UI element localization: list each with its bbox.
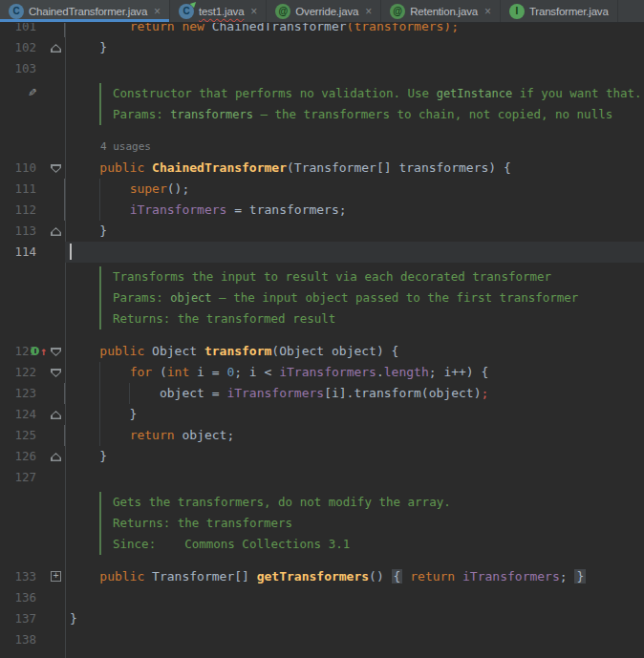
gutter: 102 [0,37,65,58]
code-editor[interactable]: 101 return new ChainedTransformer(transf… [0,23,644,658]
code-line[interactable]: public ChainedTransformer(Transformer[] … [65,158,644,179]
code-token: ; [560,569,568,584]
code-line[interactable]: iTransformers = transformers; [65,200,644,221]
text-caret [70,244,72,260]
code-row: 110 public ChainedTransformer(Transforme… [0,158,644,179]
usages-inlay-hint[interactable]: 4 usages [65,137,151,158]
gutter-icons [44,37,65,58]
code-line[interactable]: public Object transform(Object object) { [65,341,644,362]
override-arrow-icon[interactable]: ↑ [40,341,47,362]
gutter: 114 [0,242,65,263]
code-row: 123 object = iTransformers[i].transform(… [0,383,644,404]
doc-block-wrap: Constructor that performs no validation.… [65,79,644,137]
fold-start-icon[interactable] [51,348,61,356]
doc-text: Returns: the transformers [113,516,292,530]
code-line[interactable] [65,467,644,488]
tab-chainedtransformer-java[interactable]: CChainedTransformer.java× [0,0,170,22]
code-line[interactable]: object = iTransformers[i].transform(obje… [65,383,644,404]
tab-test1-java[interactable]: Ctest1.java× [170,0,267,22]
code-line[interactable]: } [65,221,644,242]
code-token: = transformers; [226,202,346,217]
code-line[interactable]: } [65,608,644,629]
code-token: (transformers); [347,23,459,33]
code-line[interactable] [65,587,644,608]
gutter-icons [44,23,65,37]
gutter: 121↑ [0,341,65,362]
tab-override-java[interactable]: @Override.java× [267,0,381,22]
code-line[interactable] [65,629,644,650]
tab-label: Retention.java [410,6,478,17]
fold-end-icon[interactable] [51,411,61,419]
close-icon[interactable]: × [484,6,491,17]
fold-end-icon[interactable] [51,44,61,53]
code-line[interactable]: return object; [65,425,644,446]
fold-expand-icon[interactable]: + [51,571,61,582]
code-line[interactable] [65,242,644,263]
code-row: 101 return new ChainedTransformer(transf… [0,23,644,37]
line-number: 125 [0,425,44,446]
doc-text: Commons Collections 3.1 [184,537,350,551]
line-number: 113 [0,221,44,242]
code-row: 133+ public Transformer[] getTransformer… [0,566,644,587]
fold-start-icon[interactable] [51,164,61,173]
code-token: (); [167,181,189,196]
code-token: ; i < [234,365,279,379]
toggle-rendered-doc-icon[interactable]: ✎ [29,79,36,104]
doc-line: Returns: the transformers [113,513,644,534]
tab-transformer-java[interactable]: ITransformer.java [501,0,618,22]
code-token: super [130,181,167,196]
gutter-icons [44,58,65,79]
fold-end-icon[interactable] [51,227,61,236]
doc-text: Transforms the input to result via each … [113,269,551,284]
code-token: public [99,344,152,358]
code-row: 124 } [0,404,644,425]
line-number: 112 [0,200,44,221]
code-row: 102 } [0,37,644,58]
code-line[interactable]: } [65,37,644,58]
doc-text: Params: [113,107,170,121]
tab-label: Transformer.java [529,6,609,17]
annotation-icon: @ [275,4,290,19]
code-token: } [574,569,586,584]
class-icon: C [9,4,24,19]
gutter: 124 [0,404,65,425]
gutter-icons [44,587,65,608]
indent-guide [129,383,130,404]
doc-text: Constructor that performs no validation.… [113,86,437,100]
tab-retention-java[interactable]: @Retention.java× [381,0,501,22]
doc-code-ref: object [170,291,211,305]
line-number: 138 [0,629,44,650]
line-number: 137 [0,608,44,629]
fold-end-icon[interactable] [51,453,61,461]
code-token: } [70,611,77,626]
gutter-icons [44,158,65,179]
code-line[interactable]: public Transformer[] getTransformers() {… [65,566,644,587]
code-line[interactable]: super(); [65,179,644,200]
indent-guide [99,179,100,200]
code-token: int [167,365,197,379]
gutter-icons [44,179,65,200]
indent-guide [99,362,100,383]
close-icon[interactable]: × [154,6,161,17]
line-number: 111 [0,179,44,200]
gutter: 138 [0,629,65,650]
fold-start-icon[interactable] [51,369,61,377]
gutter: 125 [0,425,65,446]
code-line[interactable]: } [65,404,644,425]
code-line[interactable]: return new ChainedTransformer(transforme… [65,23,644,37]
close-icon[interactable]: × [365,6,372,17]
gutter-icons [44,221,65,242]
code-line[interactable]: } [65,446,644,467]
code-token: iTransformers [226,386,324,400]
rendered-javadoc-row: Gets the transformers, do not modify the… [0,488,644,566]
close-icon[interactable]: × [250,6,257,17]
code-line[interactable] [65,58,644,79]
gutter: 113 [0,221,65,242]
override-method-icon[interactable] [31,347,39,355]
line-number: 102 [0,37,44,58]
gutter [0,488,65,566]
code-token: return [130,428,182,442]
code-token: } [70,449,107,463]
code-line[interactable]: for (int i = 0; i < iTransformers.length… [65,362,644,383]
line-number: 124 [0,404,44,425]
